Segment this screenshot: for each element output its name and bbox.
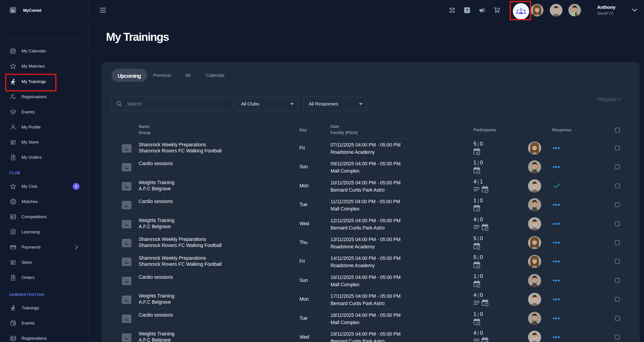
svg-text:?: ? bbox=[466, 8, 468, 13]
